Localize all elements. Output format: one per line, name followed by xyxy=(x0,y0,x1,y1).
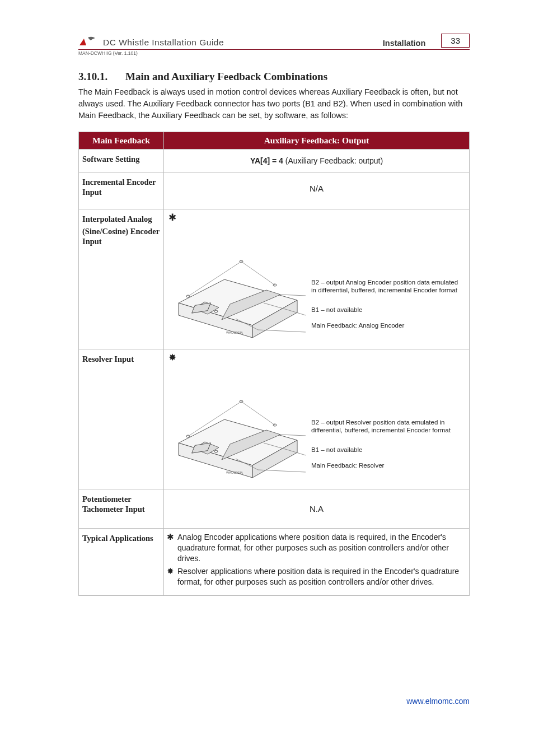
resolver-callouts: B2 – output Resolver position data emula… xyxy=(311,418,462,478)
logo xyxy=(78,35,99,48)
footer-link[interactable]: www.elmomc.com xyxy=(406,697,470,706)
doc-title: DC Whistle Installation Guide xyxy=(103,38,224,48)
app-text: Resolver applications where position dat… xyxy=(177,566,465,587)
svg-line-12 xyxy=(280,295,306,296)
analog-diagram-cell: ✱ xyxy=(164,209,470,349)
callout-b1: B1 – not available xyxy=(311,446,462,454)
row-label-incremental: Incremental Encoder Input xyxy=(79,172,164,209)
header-divider xyxy=(78,49,470,50)
section-title: Main and Auxiliary Feedback Combinations xyxy=(125,71,327,82)
device-diagram: WHDC003A xyxy=(168,236,308,348)
row-label-resolver: Resolver Input xyxy=(79,349,164,489)
table-row: Resolver Input ✸ xyxy=(79,349,470,489)
table-row: Potentiometer Tachometer Input N.A xyxy=(79,489,470,529)
svg-line-20 xyxy=(241,402,275,425)
app-bullet: ✸ xyxy=(166,566,174,587)
app-item: ✸ Resolver applications where position d… xyxy=(166,566,465,587)
diagram-code: WHDC003A xyxy=(226,331,243,334)
pot-value: N.A xyxy=(164,489,470,529)
row-label-apps: Typical Applications xyxy=(79,529,164,595)
doc-code: MAN-DCWHIIG (Ver. 1.101) xyxy=(78,50,470,56)
row-label-analog: Interpolated Analog (Sine/Cosine) Encode… xyxy=(79,209,164,349)
table-row: Interpolated Analog (Sine/Cosine) Encode… xyxy=(79,209,470,349)
callout-b2: B2 – output Analog Encoder position data… xyxy=(311,278,462,295)
app-item: ✱ Analog Encoder applications where posi… xyxy=(166,532,465,564)
callout-main: Main Feedback: Resolver xyxy=(311,461,462,469)
analog-callouts: B2 – output Analog Encoder position data… xyxy=(311,278,462,338)
col1-header: Main Feedback xyxy=(79,132,164,150)
row-label-software: Software Setting xyxy=(79,150,164,172)
analog-label-l2: (Sine/Cosine) Encoder Input xyxy=(82,226,160,246)
incremental-value: N/A xyxy=(164,172,470,209)
resolver-diagram-cell: ✸ xyxy=(164,349,470,489)
app-text: Analog Encoder applications where positi… xyxy=(177,532,465,564)
table-row: Incremental Encoder Input N/A xyxy=(79,172,470,209)
section-intro: The Main Feedback is always used in moti… xyxy=(78,86,470,122)
section-number: 3.10.1. xyxy=(78,71,125,83)
feedback-table: Main Feedback Auxiliary Feedback: Output… xyxy=(78,132,470,595)
callout-b1: B1 – not available xyxy=(311,306,462,314)
ya-desc: (Auxiliary Feedback: output) xyxy=(283,156,383,165)
resolver-bullet: ✸ xyxy=(168,353,465,362)
svg-line-7 xyxy=(241,262,275,285)
callout-b2: B2 – output Resolver position data emula… xyxy=(311,418,462,435)
analog-bullet: ✱ xyxy=(168,213,465,222)
analog-label-l1: Interpolated Analog xyxy=(82,214,160,224)
software-setting-cell: YA[4] = 4 (Auxiliary Feedback: output) xyxy=(164,150,470,172)
section-heading: 3.10.1.Main and Auxiliary Feedback Combi… xyxy=(78,71,470,83)
col2-header: Auxiliary Feedback: Output xyxy=(164,132,470,150)
svg-line-25 xyxy=(280,435,306,436)
device-diagram: WHDC003A xyxy=(168,376,308,488)
ya-key: YA[4] = 4 xyxy=(250,156,283,165)
app-bullet: ✱ xyxy=(166,532,174,564)
apps-cell: ✱ Analog Encoder applications where posi… xyxy=(164,529,470,595)
callout-main: Main Feedback: Analog Encoder xyxy=(311,321,462,329)
row-label-pot: Potentiometer Tachometer Input xyxy=(79,489,164,529)
table-row: Typical Applications ✱ Analog Encoder ap… xyxy=(79,529,470,595)
diagram-code: WHDC003A xyxy=(226,471,243,474)
table-row: Software Setting YA[4] = 4 (Auxiliary Fe… xyxy=(79,150,470,172)
section-label: Installation xyxy=(383,39,426,48)
page-number: 33 xyxy=(441,34,470,48)
